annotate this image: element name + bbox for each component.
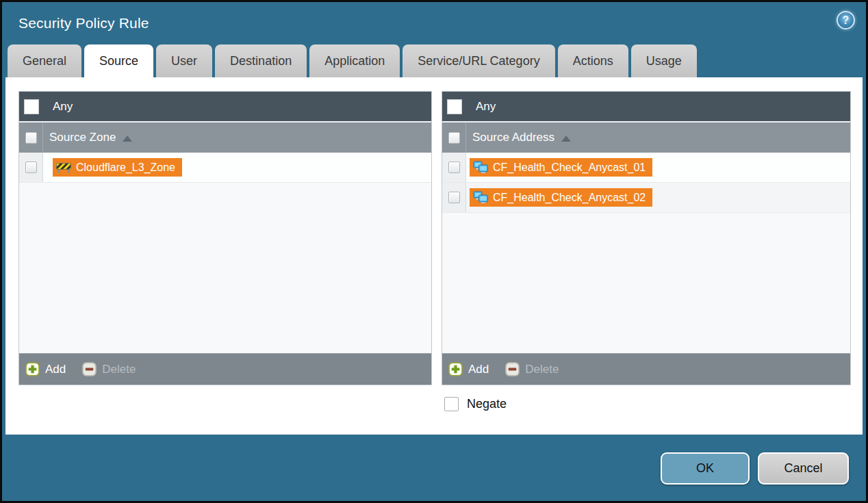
address-chip[interactable]: CF_Health_Check_Anycast_02 bbox=[470, 188, 652, 207]
source-zone-select-all-checkbox[interactable] bbox=[25, 132, 37, 144]
source-address-list: CF_Health_Check_Anycast_01 bbox=[442, 153, 850, 353]
source-zone-list: Cloudflare_L3_Zone bbox=[19, 153, 431, 353]
address-chip[interactable]: CF_Health_Check_Anycast_01 bbox=[470, 158, 652, 177]
source-tab-content: Any Source Zone bbox=[5, 77, 863, 435]
source-address-panel: Any Source Address bbox=[442, 91, 851, 385]
address-icon bbox=[473, 161, 488, 174]
negate-row: Negate bbox=[444, 397, 863, 411]
delete-button-label: Delete bbox=[102, 363, 136, 376]
source-address-any-bar: Any bbox=[442, 92, 850, 122]
add-button[interactable]: Add bbox=[25, 362, 66, 376]
delete-button[interactable]: Delete bbox=[82, 362, 136, 376]
source-zone-any-bar: Any bbox=[19, 92, 431, 122]
table-row[interactable]: CF_Health_Check_Anycast_02 bbox=[442, 183, 850, 213]
row-checkbox[interactable] bbox=[448, 192, 460, 203]
tab-user[interactable]: User bbox=[156, 44, 212, 77]
title-bar: Security Policy Rule ? bbox=[2, 2, 866, 44]
tab-destination[interactable]: Destination bbox=[215, 44, 307, 77]
negate-checkbox[interactable] bbox=[444, 397, 459, 411]
tab-actions[interactable]: Actions bbox=[558, 44, 628, 77]
source-address-column-label: Source Address bbox=[472, 131, 554, 144]
source-address-any-label: Any bbox=[476, 100, 496, 114]
address-chip-label: CF_Health_Check_Anycast_02 bbox=[493, 192, 646, 204]
minus-icon bbox=[505, 362, 520, 376]
address-icon bbox=[473, 191, 488, 204]
security-policy-rule-dialog: Security Policy Rule ? General Source Us… bbox=[0, 0, 868, 503]
row-checkbox[interactable] bbox=[25, 162, 37, 173]
sort-asc-icon bbox=[123, 136, 132, 142]
source-zone-column-label: Source Zone bbox=[49, 131, 116, 144]
dialog-footer: OK Cancel bbox=[2, 436, 866, 501]
address-chip-label: CF_Health_Check_Anycast_01 bbox=[493, 162, 646, 174]
help-icon[interactable]: ? bbox=[837, 11, 855, 29]
negate-label: Negate bbox=[467, 397, 507, 411]
ok-button[interactable]: OK bbox=[661, 452, 750, 485]
table-row[interactable]: CF_Health_Check_Anycast_01 bbox=[442, 153, 850, 183]
delete-button[interactable]: Delete bbox=[505, 362, 559, 376]
source-zone-any-checkbox[interactable] bbox=[24, 99, 39, 114]
plus-icon bbox=[25, 362, 40, 376]
sort-asc-icon bbox=[561, 136, 571, 142]
tab-service-url-category[interactable]: Service/URL Category bbox=[403, 44, 554, 77]
dialog-title: Security Policy Rule bbox=[18, 15, 149, 31]
tab-general[interactable]: General bbox=[8, 44, 81, 77]
table-row[interactable]: Cloudflare_L3_Zone bbox=[19, 153, 431, 183]
add-button[interactable]: Add bbox=[448, 362, 489, 376]
source-address-footer: Add Delete bbox=[442, 353, 850, 385]
zone-icon bbox=[56, 162, 71, 174]
cancel-button[interactable]: Cancel bbox=[758, 452, 849, 485]
source-zone-any-label: Any bbox=[53, 100, 73, 114]
source-address-column-header[interactable]: Source Address bbox=[442, 122, 850, 153]
plus-icon bbox=[448, 362, 463, 376]
delete-button-label: Delete bbox=[525, 363, 559, 376]
tab-application[interactable]: Application bbox=[309, 44, 400, 77]
add-button-label: Add bbox=[45, 363, 66, 376]
source-address-select-all-checkbox[interactable] bbox=[448, 132, 460, 144]
source-zone-panel: Any Source Zone bbox=[18, 91, 432, 385]
source-address-any-checkbox[interactable] bbox=[447, 99, 462, 114]
tab-bar: General Source User Destination Applicat… bbox=[2, 44, 866, 77]
zone-chip-label: Cloudflare_L3_Zone bbox=[76, 162, 175, 174]
zone-chip[interactable]: Cloudflare_L3_Zone bbox=[53, 158, 182, 177]
add-button-label: Add bbox=[468, 363, 489, 376]
tab-usage[interactable]: Usage bbox=[631, 44, 697, 77]
source-zone-footer: Add Delete bbox=[19, 353, 431, 385]
row-checkbox[interactable] bbox=[448, 162, 460, 173]
source-zone-column-header[interactable]: Source Zone bbox=[19, 122, 431, 153]
tab-source[interactable]: Source bbox=[84, 44, 153, 77]
minus-icon bbox=[82, 362, 97, 376]
